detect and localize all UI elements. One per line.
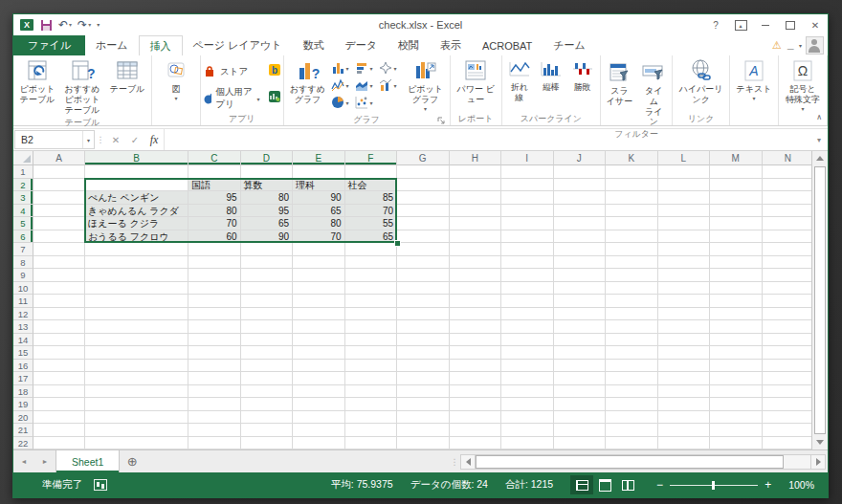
cell-H15[interactable]: [450, 346, 502, 360]
cell-M11[interactable]: [710, 295, 763, 308]
pivot-chart-button[interactable]: ピボットグラフ ▾: [404, 57, 448, 113]
cell-K18[interactable]: [606, 385, 658, 399]
row-header-22[interactable]: 22: [13, 437, 33, 450]
cell-B19[interactable]: [85, 398, 188, 411]
macro-record-icon[interactable]: [94, 479, 107, 491]
cell-B8[interactable]: [85, 256, 188, 270]
cell-H2[interactable]: [450, 179, 502, 192]
cell-C17[interactable]: [188, 372, 241, 385]
undo-dropdown[interactable]: ▾: [69, 22, 72, 28]
cell-F15[interactable]: [345, 346, 398, 360]
cell-B17[interactable]: [85, 372, 188, 385]
cell-J16[interactable]: [554, 360, 607, 373]
cell-G22[interactable]: [397, 437, 450, 450]
cell-N6[interactable]: [763, 230, 812, 244]
row-header-10[interactable]: 10: [13, 282, 33, 296]
cell-B21[interactable]: [85, 424, 188, 437]
cell-K3[interactable]: [606, 191, 658, 205]
row-header-19[interactable]: 19: [13, 398, 33, 411]
cell-G10[interactable]: [397, 282, 450, 296]
cell-N17[interactable]: [763, 372, 812, 385]
tab-formulas[interactable]: 数式: [292, 35, 334, 55]
cell-G9[interactable]: [397, 269, 450, 282]
cell-J18[interactable]: [554, 385, 607, 399]
close-button[interactable]: ✕: [803, 14, 828, 35]
cell-E3[interactable]: 90: [293, 191, 345, 205]
tab-home[interactable]: ホーム: [85, 35, 139, 55]
sheet-nav-left-icon[interactable]: ◄: [13, 450, 34, 472]
help-button[interactable]: ?: [703, 14, 728, 35]
column-header-I[interactable]: I: [501, 151, 554, 165]
cell-B11[interactable]: [85, 295, 188, 308]
insert-stock-radar-chart-button[interactable]: ▾: [379, 61, 403, 75]
cell-K17[interactable]: [606, 372, 658, 385]
cell-K9[interactable]: [606, 269, 658, 282]
row-header-3[interactable]: 3: [13, 191, 33, 205]
cell-F2[interactable]: 社会: [345, 179, 398, 192]
cell-M5[interactable]: [710, 217, 763, 230]
column-header-M[interactable]: M: [710, 151, 763, 165]
cell-E19[interactable]: [293, 398, 345, 411]
cell-H5[interactable]: [450, 217, 502, 230]
sheet-nav-right-icon[interactable]: ►: [34, 450, 55, 472]
cell-F22[interactable]: [345, 437, 398, 450]
cell-J13[interactable]: [554, 320, 607, 334]
cell-A10[interactable]: [33, 282, 85, 296]
cell-K19[interactable]: [606, 398, 658, 411]
cell-F8[interactable]: [345, 256, 398, 270]
cell-F9[interactable]: [345, 269, 398, 282]
people-graph-button[interactable]: [268, 90, 281, 107]
cell-L16[interactable]: [658, 360, 711, 373]
cell-I14[interactable]: [501, 334, 554, 347]
cell-N21[interactable]: [763, 424, 812, 437]
cell-H13[interactable]: [450, 320, 502, 334]
text-button[interactable]: A テキスト ▾: [732, 57, 776, 102]
enter-button[interactable]: ✓: [125, 129, 144, 150]
tab-review[interactable]: 校閲: [388, 35, 430, 55]
cell-K16[interactable]: [606, 360, 658, 373]
cell-I20[interactable]: [501, 411, 554, 425]
cell-B15[interactable]: [85, 346, 188, 360]
cell-J19[interactable]: [554, 398, 607, 411]
recommended-pivot-tables-button[interactable]: ? おすすめ ピボットテーブル: [60, 57, 104, 116]
normal-view-button[interactable]: [570, 475, 593, 494]
cell-D20[interactable]: [241, 411, 294, 425]
horizontal-scrollbar-thumb[interactable]: [476, 455, 784, 469]
cell-N3[interactable]: [763, 191, 812, 205]
cell-B7[interactable]: [85, 243, 188, 256]
cell-G4[interactable]: [397, 205, 450, 218]
redo-dropdown[interactable]: ▾: [88, 22, 91, 28]
cell-B1[interactable]: [85, 165, 188, 179]
cell-J20[interactable]: [554, 411, 607, 425]
cell-M4[interactable]: [710, 205, 763, 218]
cell-N2[interactable]: [763, 179, 812, 192]
cell-C22[interactable]: [188, 437, 241, 450]
cell-F21[interactable]: [345, 424, 398, 437]
cell-F5[interactable]: 55: [345, 217, 398, 230]
cell-N18[interactable]: [763, 385, 812, 399]
cell-J21[interactable]: [554, 424, 607, 437]
cell-J8[interactable]: [554, 256, 607, 270]
cell-H7[interactable]: [450, 243, 502, 256]
tab-team[interactable]: チーム: [543, 35, 596, 55]
collapse-ribbon-button[interactable]: ∧: [816, 113, 822, 121]
cell-B18[interactable]: [85, 385, 188, 399]
cell-H10[interactable]: [450, 282, 502, 296]
cell-D14[interactable]: [241, 334, 294, 347]
cell-N7[interactable]: [763, 243, 812, 256]
cell-I5[interactable]: [501, 217, 554, 230]
cell-M21[interactable]: [710, 424, 763, 437]
cell-N5[interactable]: [763, 217, 812, 230]
column-header-H[interactable]: H: [450, 151, 502, 165]
zoom-out-button[interactable]: −: [656, 479, 663, 491]
cell-I15[interactable]: [501, 346, 554, 360]
cell-E7[interactable]: [293, 243, 345, 256]
cell-E1[interactable]: [293, 165, 345, 179]
cell-L10[interactable]: [658, 282, 711, 296]
excel-logo-icon[interactable]: X: [19, 17, 34, 33]
cell-G15[interactable]: [397, 346, 450, 360]
cell-K21[interactable]: [606, 424, 658, 437]
cell-H3[interactable]: [450, 191, 502, 205]
cell-D21[interactable]: [241, 424, 294, 437]
cell-J4[interactable]: [554, 205, 607, 218]
